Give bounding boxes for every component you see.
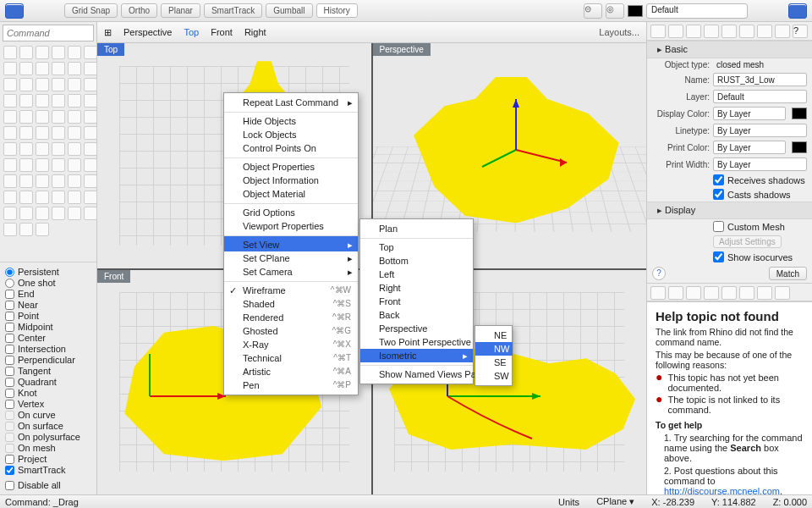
tab-perspective[interactable]: Perspective: [123, 27, 172, 37]
status-cplane[interactable]: CPlane ▾: [596, 496, 634, 507]
mi-top[interactable]: Top: [360, 238, 473, 254]
helptab[interactable]: [775, 286, 790, 300]
tool-button[interactable]: [19, 46, 33, 59]
tool-button[interactable]: [36, 223, 49, 236]
mi-perspective[interactable]: Perspective: [360, 322, 473, 335]
tool-button[interactable]: [3, 158, 17, 172]
tool-button[interactable]: [52, 110, 65, 124]
tool-button[interactable]: [3, 46, 17, 59]
osnap-smarttrack[interactable]: SmartTrack: [5, 465, 91, 475]
record-icon[interactable]: ◎: [606, 3, 624, 19]
mi-technical[interactable]: Technical^⌘T: [224, 351, 358, 365]
helptab[interactable]: [757, 286, 772, 300]
tool-button[interactable]: [36, 46, 49, 59]
layer-select[interactable]: Default: [713, 90, 807, 103]
proptab-help[interactable]: ?: [793, 25, 808, 38]
gumball-widget[interactable]: [482, 99, 584, 201]
pause-icon[interactable]: ⊝: [584, 3, 602, 19]
viewport-label[interactable]: Perspective: [373, 43, 431, 56]
mi-plan[interactable]: Plan: [360, 222, 473, 235]
tool-button[interactable]: [3, 223, 17, 236]
mi-ne[interactable]: NE: [475, 329, 513, 342]
mi-sw[interactable]: SW: [475, 369, 513, 383]
tool-button[interactable]: [68, 174, 81, 188]
discourse-link[interactable]: http://discourse.mcneel.com: [664, 486, 780, 494]
tool-button[interactable]: [19, 174, 33, 188]
mi-objmat[interactable]: Object Material: [224, 187, 358, 201]
tool-button[interactable]: [19, 110, 33, 124]
tool-button[interactable]: [84, 174, 97, 188]
proptab[interactable]: [650, 25, 666, 38]
osnap-point[interactable]: Point: [5, 311, 91, 321]
mi-objprops[interactable]: Object Properties: [224, 157, 358, 174]
mi-setcamera[interactable]: Set Camera▸: [224, 265, 358, 279]
tool-button[interactable]: [84, 78, 97, 91]
tool-button[interactable]: [19, 62, 33, 75]
mi-vpprops[interactable]: Viewport Properties: [224, 219, 358, 233]
helptab[interactable]: [668, 286, 683, 300]
osnap-project[interactable]: Project: [5, 454, 91, 464]
tool-button[interactable]: [84, 110, 97, 124]
proptab[interactable]: [775, 25, 790, 38]
tool-button[interactable]: [19, 78, 33, 91]
proptab[interactable]: [739, 25, 754, 38]
mi-rendered[interactable]: Rendered^⌘R: [224, 311, 358, 324]
tool-button[interactable]: [52, 174, 65, 188]
mi-cpon[interactable]: Control Points On: [224, 141, 358, 155]
tool-button[interactable]: [84, 207, 97, 220]
casts-shadows-check[interactable]: Casts shadows: [647, 187, 812, 202]
mi-artistic[interactable]: Artistic^⌘A: [224, 365, 358, 378]
command-input[interactable]: [3, 25, 94, 41]
app-icon[interactable]: [5, 3, 24, 19]
viewport-label[interactable]: Front: [97, 270, 130, 283]
tool-button[interactable]: [52, 207, 65, 220]
tool-button[interactable]: [84, 126, 97, 140]
tool-button[interactable]: [68, 94, 81, 108]
mi-hide[interactable]: Hide Objects: [224, 112, 358, 128]
proptab[interactable]: [668, 25, 683, 38]
ortho-toggle[interactable]: Ortho: [121, 3, 157, 18]
mi-xray[interactable]: X-Ray^⌘X: [224, 338, 358, 351]
tool-button[interactable]: [36, 110, 49, 124]
tool-button[interactable]: [68, 62, 81, 75]
tool-button[interactable]: [52, 78, 65, 91]
helptab[interactable]: [721, 286, 737, 300]
tool-button[interactable]: [68, 46, 81, 59]
mi-bottom[interactable]: Bottom: [360, 254, 473, 268]
mi-repeat[interactable]: Repeat Last Command▸: [224, 96, 358, 109]
tool-button[interactable]: [3, 174, 17, 188]
tool-button[interactable]: [52, 46, 65, 59]
osnap-quadrant[interactable]: Quadrant: [5, 377, 91, 387]
help-icon[interactable]: ?: [652, 267, 666, 280]
osnap-vertex[interactable]: Vertex: [5, 399, 91, 409]
osnap-near[interactable]: Near: [5, 300, 91, 310]
tool-button[interactable]: [36, 174, 49, 188]
tool-button[interactable]: [36, 207, 49, 220]
tool-button[interactable]: [84, 142, 97, 156]
tool-button[interactable]: [68, 110, 81, 124]
mi-ghosted[interactable]: Ghosted^⌘G: [224, 324, 358, 338]
tool-button[interactable]: [68, 142, 81, 156]
tool-button[interactable]: [52, 158, 65, 172]
tool-button[interactable]: [84, 62, 97, 75]
helptab[interactable]: [704, 286, 719, 300]
tool-button[interactable]: [3, 142, 17, 156]
tool-button[interactable]: [3, 126, 17, 140]
history-toggle[interactable]: History: [316, 3, 358, 18]
osnap-perpendicular[interactable]: Perpendicular: [5, 355, 91, 365]
tool-button[interactable]: [84, 190, 97, 204]
tool-button[interactable]: [3, 78, 17, 91]
mi-objinfo[interactable]: Object Information: [224, 174, 358, 187]
match-button[interactable]: Match: [769, 267, 807, 280]
tool-button[interactable]: [3, 207, 17, 220]
proptab[interactable]: [757, 25, 772, 38]
mi-nw[interactable]: NW: [475, 342, 513, 356]
tool-button[interactable]: [52, 94, 65, 108]
mi-front[interactable]: Front: [360, 295, 473, 308]
tool-button[interactable]: [19, 142, 33, 156]
tool-button[interactable]: [3, 62, 17, 75]
mi-pen[interactable]: Pen^⌘P: [224, 378, 358, 392]
tool-button[interactable]: [36, 94, 49, 108]
osnap-mid[interactable]: Midpoint: [5, 322, 91, 332]
proptab[interactable]: [704, 25, 719, 38]
